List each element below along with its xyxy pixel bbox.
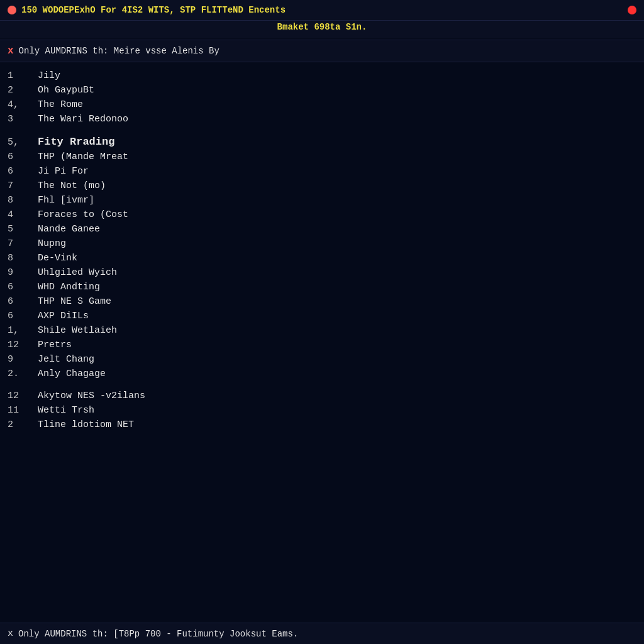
list-item: 4Foraces to (Cost	[8, 208, 636, 222]
list-item: 2Tline ldotiom NET	[8, 418, 636, 432]
list-item: 9Jelt Chang	[8, 352, 636, 367]
bottom-bar-text: Only AUMDRINS th: [T8Pp 700 - Futimunty …	[18, 629, 298, 639]
item-text: Foraces to (Cost	[38, 209, 128, 220]
item-number: 6	[8, 152, 38, 162]
subtitle-bar: Bmaket 698ta S1n.	[0, 21, 644, 38]
list-item: 1,Shile Wetlaieh	[8, 323, 636, 338]
item-text: Uhlgiled Wyich	[38, 267, 117, 278]
item-text: WHD Andting	[38, 282, 100, 292]
item-number: 8	[8, 195, 38, 206]
item-number: 7	[8, 238, 38, 249]
item-text: The Not (mo)	[38, 180, 106, 191]
item-text: The Rome	[38, 99, 83, 110]
section-header: x Only AUMDRINS th: Meire vsse Alenis By	[0, 40, 644, 62]
item-number: 4	[8, 209, 38, 220]
item-text: Shile Wetlaieh	[38, 325, 117, 336]
item-number: 6	[8, 311, 38, 321]
item-text: Akytow NES -v2ilans	[38, 391, 145, 401]
item-number: 2	[8, 419, 38, 430]
item-text: Anly Chagage	[38, 369, 106, 379]
bottom-bar: x Only AUMDRINS th: [T8Pp 700 - Futimunt…	[0, 623, 644, 644]
list-item: 7Nupng	[8, 236, 636, 251]
item-text: Tline ldotiom NET	[38, 419, 134, 430]
list-spacer	[8, 126, 636, 134]
list-item: 8Fhl [ivmr]	[8, 193, 636, 208]
list-item: 2Oh GaypuBt	[8, 83, 636, 97]
list-item: 6AXP DiILs	[8, 309, 636, 323]
item-text: Nupng	[38, 238, 66, 249]
list-item: 2.Anly Chagage	[8, 367, 636, 381]
item-number: 7	[8, 180, 38, 191]
top-bar-text: 150 WODOEPExhO For 4IS2 WITS, STP FLITTe…	[21, 5, 623, 15]
list-item: 4,The Rome	[8, 97, 636, 112]
item-text: Fity Rrading	[38, 136, 114, 148]
record-indicator	[628, 6, 636, 14]
item-number: 5,	[8, 137, 38, 148]
item-text: THP NE S Game	[38, 296, 111, 307]
list-item: 12Pretrs	[8, 338, 636, 352]
close-button[interactable]	[8, 6, 16, 14]
list-item: 1Jily	[8, 69, 636, 83]
item-text: Ji Pi For	[38, 166, 89, 177]
item-text: The Wari Redonoo	[38, 114, 128, 125]
item-text: Pretrs	[38, 340, 72, 350]
item-number: 2.	[8, 369, 38, 379]
content-area: 1Jily2Oh GaypuBt4,The Rome3The Wari Redo…	[0, 62, 644, 438]
item-text: THP (Mande Mreat	[38, 152, 128, 162]
item-number: 6	[8, 166, 38, 177]
list-spacer	[8, 381, 636, 389]
item-text: Oh GaypuBt	[38, 85, 94, 96]
subtitle-text: Bmaket 698ta S1n.	[277, 22, 367, 32]
list-item: 5,Fity Rrading	[8, 134, 636, 150]
list-item: 6Ji Pi For	[8, 164, 636, 179]
list-item: 11Wetti Trsh	[8, 403, 636, 418]
list-item: 8De-Vink	[8, 251, 636, 265]
item-number: 1,	[8, 325, 38, 336]
item-number: 6	[8, 282, 38, 292]
section-header-text: Only AUMDRINS th: Meire vsse Alenis By	[19, 46, 219, 56]
section-close-x[interactable]: x	[8, 45, 14, 57]
list-item: 5Nande Ganee	[8, 222, 636, 236]
item-text: De-Vink	[38, 253, 77, 264]
item-number: 8	[8, 253, 38, 264]
item-text: AXP DiILs	[38, 311, 89, 321]
list-item: 7The Not (mo)	[8, 179, 636, 193]
item-number: 9	[8, 267, 38, 278]
list-item: 6THP NE S Game	[8, 294, 636, 309]
bottom-close-x[interactable]: x	[8, 628, 13, 639]
item-text: Fhl [ivmr]	[38, 195, 94, 206]
item-number: 5	[8, 224, 38, 235]
item-number: 2	[8, 85, 38, 96]
item-number: 4,	[8, 99, 38, 110]
list-item: 6WHD Andting	[8, 280, 636, 294]
item-number: 6	[8, 296, 38, 307]
item-number: 9	[8, 354, 38, 365]
list-item: 3The Wari Redonoo	[8, 112, 636, 126]
item-number: 12	[8, 340, 38, 350]
list-item: 12Akytow NES -v2ilans	[8, 389, 636, 403]
list-item: 6THP (Mande Mreat	[8, 150, 636, 164]
item-text: Nande Ganee	[38, 224, 100, 235]
item-number: 12	[8, 391, 38, 401]
item-number: 11	[8, 405, 38, 416]
item-text: Wetti Trsh	[38, 405, 94, 416]
item-text: Jelt Chang	[38, 354, 94, 365]
top-bar: 150 WODOEPExhO For 4IS2 WITS, STP FLITTe…	[0, 0, 644, 21]
list-item: 9Uhlgiled Wyich	[8, 265, 636, 280]
item-number: 3	[8, 114, 38, 125]
item-number: 1	[8, 70, 38, 81]
item-text: Jily	[38, 70, 60, 81]
